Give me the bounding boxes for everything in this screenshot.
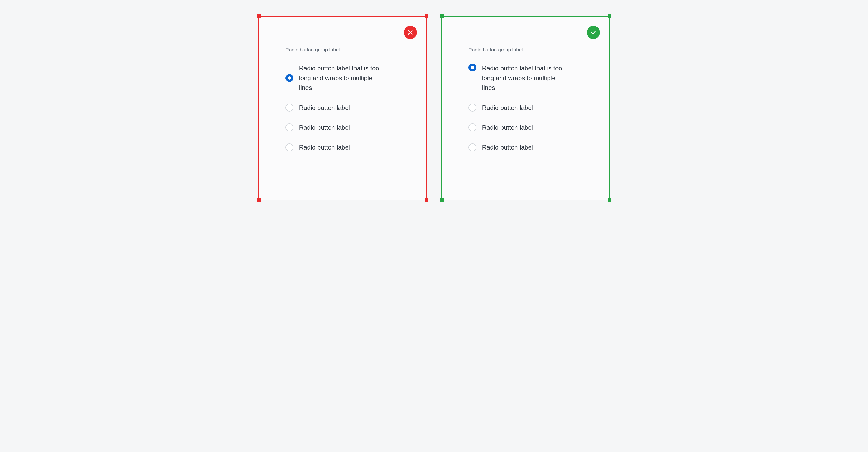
selection-handle bbox=[257, 198, 261, 202]
radio-option[interactable]: Radio button label bbox=[468, 142, 566, 152]
check-icon bbox=[590, 29, 596, 36]
radio-indicator bbox=[285, 143, 293, 151]
radio-option[interactable]: Radio button label bbox=[468, 103, 566, 113]
selection-handle bbox=[257, 14, 261, 18]
radio-option[interactable]: Radio button label that is too long and … bbox=[468, 63, 566, 93]
radio-group-label: Radio button group label: bbox=[468, 47, 588, 53]
radio-group: Radio button label that is too long and … bbox=[285, 63, 383, 152]
dont-panel: Radio button group label: Radio button l… bbox=[258, 16, 427, 200]
selection-handle bbox=[425, 198, 429, 202]
radio-option[interactable]: Radio button label that is too long and … bbox=[285, 63, 383, 93]
radio-group: Radio button label that is too long and … bbox=[468, 63, 566, 152]
radio-group-label: Radio button group label: bbox=[285, 47, 405, 53]
radio-indicator bbox=[285, 123, 293, 131]
radio-indicator bbox=[468, 123, 476, 131]
selection-handle bbox=[425, 14, 429, 18]
radio-option[interactable]: Radio button label bbox=[285, 142, 383, 152]
radio-option-label: Radio button label bbox=[482, 103, 533, 113]
selection-handle bbox=[608, 198, 612, 202]
radio-option[interactable]: Radio button label bbox=[285, 123, 383, 132]
close-icon bbox=[407, 29, 413, 36]
radio-indicator bbox=[468, 104, 476, 112]
radio-option-label: Radio button label bbox=[299, 103, 350, 113]
selection-handle bbox=[608, 14, 612, 18]
radio-option-label: Radio button label bbox=[299, 142, 350, 152]
status-badge-incorrect bbox=[404, 26, 417, 39]
radio-option[interactable]: Radio button label bbox=[285, 103, 383, 113]
radio-option-label: Radio button label bbox=[482, 142, 533, 152]
do-panel: Radio button group label: Radio button l… bbox=[441, 16, 610, 200]
radio-option-label: Radio button label that is too long and … bbox=[482, 63, 566, 93]
radio-option[interactable]: Radio button label bbox=[468, 123, 566, 132]
radio-option-label: Radio button label that is too long and … bbox=[299, 63, 383, 93]
selection-handle bbox=[440, 14, 444, 18]
radio-option-label: Radio button label bbox=[299, 123, 350, 132]
radio-indicator-selected bbox=[468, 63, 476, 72]
status-badge-correct bbox=[587, 26, 600, 39]
radio-indicator bbox=[285, 104, 293, 112]
radio-indicator bbox=[468, 143, 476, 151]
radio-option-label: Radio button label bbox=[482, 123, 533, 132]
radio-indicator-selected bbox=[285, 74, 293, 82]
selection-handle bbox=[440, 198, 444, 202]
